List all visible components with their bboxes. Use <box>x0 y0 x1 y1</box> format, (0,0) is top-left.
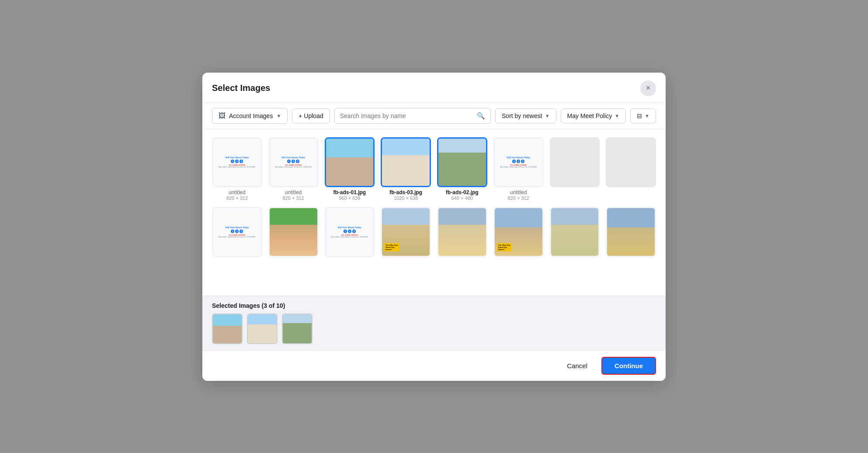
image-item[interactable] <box>268 207 319 259</box>
image-thumb <box>606 137 656 188</box>
image-thumb: Sell Your House Today 1 2 3 STL HOME OFF… <box>493 137 544 188</box>
modal-overlay: Select Images × 🖼 Account Images ▼ + Upl… <box>0 0 868 453</box>
selected-section: Selected Images (3 of 10) <box>202 296 666 350</box>
image-thumb <box>550 137 600 188</box>
image-item[interactable]: fb-ads-03.jpg 1020 × 638 <box>381 137 431 201</box>
image-thumb: Can I Buy YourSouth CityHouse? <box>381 207 431 257</box>
image-thumb <box>381 137 431 188</box>
chevron-down-icon: ▼ <box>276 113 281 118</box>
continue-button[interactable]: Continue <box>601 357 656 375</box>
image-item[interactable]: Sell Your House Today 1 2 3 STL HOME OFF… <box>325 207 375 259</box>
modal-header: Select Images × <box>202 73 666 103</box>
image-item[interactable]: fb-ads-02.jpg 640 × 480 <box>437 137 487 201</box>
image-dimensions: 1020 × 638 <box>394 195 418 201</box>
south-city-sign: Can I Buy YourSouth CityHouse? <box>497 243 512 251</box>
image-name: fb-ads-01.jpg <box>333 189 366 195</box>
chevron-down-icon: ▼ <box>615 113 619 118</box>
image-thumb: Sell Your House Today 1 2 3 STL HOME OFF… <box>325 207 375 257</box>
image-thumb <box>437 207 487 257</box>
chevron-down-icon: ▼ <box>645 113 649 118</box>
cancel-button[interactable]: Cancel <box>558 358 596 374</box>
policy-button[interactable]: May Meet Policy ▼ <box>561 108 626 123</box>
image-item[interactable]: fb-ads-01.jpg 960 × 639 <box>325 137 375 201</box>
image-dimensions: 640 × 480 <box>451 195 473 201</box>
image-item[interactable]: Sell Your House Today 1 2 3 STL HOME OFF… <box>268 137 319 201</box>
toolbar: 🖼 Account Images ▼ + Upload 🔍 Sort by ne… <box>202 103 666 129</box>
image-dimensions: 820 × 312 <box>508 195 529 201</box>
modal-title: Select Images <box>212 83 270 93</box>
image-item[interactable] <box>550 137 600 201</box>
image-dimensions: 820 × 312 <box>283 195 304 201</box>
image-name: fb-ads-03.jpg <box>389 189 422 195</box>
image-thumb <box>325 137 375 188</box>
image-thumb: Can I Buy YourSouth CityHouse? <box>493 207 544 257</box>
image-item[interactable]: Can I Buy YourSouth CityHouse? <box>493 207 544 259</box>
selected-thumb-3[interactable] <box>282 314 312 344</box>
filter-button[interactable]: ⊟ ▼ <box>630 108 656 123</box>
search-box: 🔍 <box>334 108 491 124</box>
account-images-label: Account Images <box>229 112 273 119</box>
selected-thumb-1[interactable] <box>212 314 243 344</box>
close-button[interactable]: × <box>640 80 656 96</box>
policy-label: May Meet Policy <box>567 112 612 119</box>
filter-icon: ⊟ <box>637 112 642 119</box>
image-dimensions: 960 × 639 <box>339 195 360 201</box>
account-images-button[interactable]: 🖼 Account Images ▼ <box>212 108 288 124</box>
image-thumb <box>268 207 319 257</box>
image-item[interactable]: Can I Buy YourSouth CityHouse? <box>381 207 431 259</box>
image-item[interactable]: Sell Your House Today 1 2 3 STL HOME OFF… <box>493 137 544 201</box>
image-thumb: Sell Your House Today 1 2 3 STL HOME OFF… <box>268 137 319 188</box>
image-item[interactable] <box>606 137 656 201</box>
image-icon: 🖼 <box>219 112 226 120</box>
upload-button[interactable]: + Upload <box>292 108 330 123</box>
image-item[interactable] <box>437 207 487 259</box>
image-item[interactable] <box>550 207 600 259</box>
modal-footer: Cancel Continue <box>202 350 666 381</box>
image-name: untitled <box>285 189 302 195</box>
images-grid: Sell Your House Today 1 2 3 STL HOME OFF… <box>212 137 656 260</box>
image-thumb: Sell Your House Today 1 2 3 STL HOME OFF… <box>212 137 262 188</box>
image-thumb: Sell Your House Today 1 2 3 STL HOME OFF… <box>212 207 262 257</box>
images-area: Sell Your House Today 1 2 3 STL HOME OFF… <box>202 129 666 296</box>
image-item[interactable]: Sell Your House Today 1 2 3 STL HOME OFF… <box>212 207 262 259</box>
image-name: fb-ads-02.jpg <box>446 189 479 195</box>
image-item[interactable] <box>606 207 656 259</box>
search-icon: 🔍 <box>477 112 485 120</box>
image-dimensions: 820 × 312 <box>226 195 248 201</box>
image-thumb <box>550 207 600 257</box>
chevron-down-icon: ▼ <box>545 113 550 118</box>
select-images-modal: Select Images × 🖼 Account Images ▼ + Upl… <box>202 73 666 381</box>
search-input[interactable] <box>340 112 473 119</box>
upload-label: + Upload <box>299 112 323 119</box>
image-thumb <box>606 207 656 257</box>
image-thumb <box>437 137 487 188</box>
selected-label: Selected Images (3 of 10) <box>212 302 656 309</box>
sort-label: Sort by newest <box>502 112 542 119</box>
image-name: untitled <box>229 189 246 195</box>
sort-button[interactable]: Sort by newest ▼ <box>495 108 556 123</box>
image-item[interactable]: Sell Your House Today 1 2 3 STL HOME OFF… <box>212 137 262 201</box>
south-city-sign: Can I Buy YourSouth CityHouse? <box>384 243 399 251</box>
image-name: untitled <box>510 189 527 195</box>
selected-thumbs <box>212 314 656 344</box>
selected-thumb-2[interactable] <box>247 314 278 344</box>
